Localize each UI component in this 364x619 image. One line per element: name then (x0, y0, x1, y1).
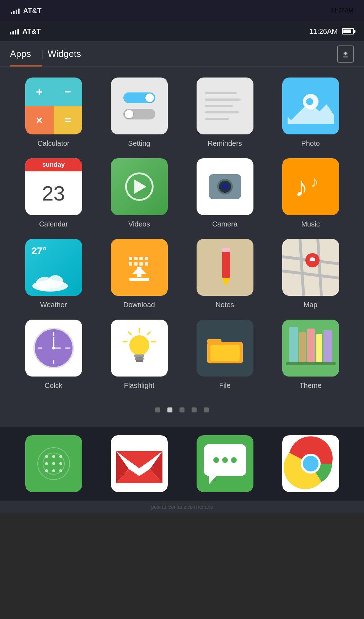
svg-point-61 (52, 455, 55, 458)
app-clock[interactable]: Colck (14, 320, 93, 390)
svg-marker-1 (288, 102, 334, 124)
svg-point-37 (52, 347, 55, 349)
carrier-label-outer: AT&T (23, 7, 42, 15)
svg-point-65 (59, 462, 62, 465)
messages-icon (197, 435, 253, 492)
photo-label: Photo (301, 139, 320, 148)
svg-point-43 (129, 335, 149, 355)
calc-equals: = (54, 106, 82, 134)
theme-label: Theme (299, 381, 321, 390)
camera-lens-inner (221, 183, 229, 190)
app-reminders[interactable]: Reminders (186, 78, 264, 148)
svg-rect-15 (145, 262, 148, 266)
cloud-svg (31, 271, 77, 292)
svg-point-2 (306, 98, 313, 105)
dock (0, 427, 364, 501)
music-label: Music (301, 220, 320, 228)
tab-apps[interactable]: Apps (10, 41, 38, 66)
page-dot-1[interactable] (155, 407, 160, 412)
svg-point-7 (48, 275, 63, 288)
messages-svg (197, 435, 253, 492)
calc-plus: + (25, 78, 54, 106)
signal-bar-2 (12, 31, 14, 34)
notes-label: Notes (215, 301, 234, 309)
svg-line-23 (282, 271, 339, 278)
app-settings[interactable]: Setting (100, 78, 178, 148)
play-triangle (134, 180, 146, 194)
app-theme[interactable]: Theme (271, 320, 350, 390)
svg-rect-14 (139, 262, 143, 266)
svg-line-40 (148, 332, 150, 335)
svg-rect-21 (222, 248, 230, 252)
app-videos[interactable]: Videos (100, 158, 178, 228)
signal-bar-1 (10, 32, 11, 34)
clock-icon (25, 320, 82, 377)
app-calculator[interactable]: + − × = Calculator (14, 78, 93, 148)
svg-rect-54 (316, 334, 322, 362)
file-label: File (219, 381, 230, 390)
page-dot-4[interactable] (192, 407, 197, 412)
app-file[interactable]: File (186, 320, 264, 390)
chrome-svg (282, 435, 339, 492)
map-label: Map (304, 301, 317, 309)
folder-svg (205, 330, 245, 366)
notes-icon (197, 239, 253, 296)
camera-icon-wrap (197, 158, 253, 215)
app-music[interactable]: ♪ ♪ Music (271, 158, 350, 228)
svg-rect-49 (210, 345, 240, 361)
map-svg (282, 239, 339, 296)
toggle-off (123, 109, 155, 119)
page-dot-2[interactable] (167, 407, 172, 412)
weather-temp: 27° (32, 245, 47, 257)
tab-active-indicator (10, 65, 42, 66)
page-dots (0, 400, 364, 423)
flashlight-icon (111, 320, 168, 377)
toggle-knob-off (125, 110, 133, 118)
app-weather[interactable]: 27° Weather (14, 239, 93, 309)
signal-bar-4 (18, 9, 20, 14)
svg-rect-56 (286, 362, 336, 365)
page-dot-5[interactable] (204, 407, 209, 412)
page-dot-3[interactable] (180, 407, 184, 412)
calendar-body: 23 (25, 171, 82, 215)
svg-rect-13 (134, 262, 138, 266)
app-calendar[interactable]: sunday 23 Calendar (14, 158, 93, 228)
map-icon (282, 239, 339, 296)
svg-rect-18 (129, 278, 149, 281)
dock-gmail[interactable] (100, 435, 178, 492)
svg-rect-11 (145, 257, 148, 260)
app-download[interactable]: Download (100, 239, 178, 309)
app-notes[interactable]: Notes (186, 239, 264, 309)
carrier-outer: AT&T (11, 7, 42, 15)
status-time: 11:26AM (309, 27, 338, 36)
app-camera[interactable]: Camera (186, 158, 264, 228)
app-flashlight[interactable]: Flashlight (100, 320, 178, 390)
battery-icon (342, 28, 354, 34)
dock-phone[interactable] (14, 435, 93, 492)
tab-widgets[interactable]: Widgets (48, 41, 88, 66)
app-photo[interactable]: Photo (271, 78, 350, 148)
svg-rect-17 (137, 267, 141, 277)
svg-rect-44 (134, 354, 144, 357)
download-button[interactable] (337, 46, 354, 63)
reminders-icon (197, 78, 253, 134)
svg-rect-53 (307, 329, 315, 362)
status-bar: AT&T 11:26AM (0, 21, 364, 41)
svg-point-85 (303, 456, 318, 471)
app-map[interactable]: Map (271, 239, 350, 309)
apps-grid: + − × = Calculator Setti (0, 67, 364, 400)
dock-chrome[interactable] (271, 435, 350, 492)
signal-bars-outer (11, 7, 20, 14)
signal-bars (10, 28, 19, 34)
videos-label: Videos (128, 220, 150, 228)
phone-svg (25, 435, 82, 492)
svg-point-64 (52, 462, 55, 465)
camera-lens (217, 179, 233, 194)
svg-line-39 (129, 332, 131, 335)
download-svg (122, 250, 157, 285)
dock-messages[interactable] (186, 435, 264, 492)
svg-point-66 (45, 469, 48, 472)
toggle-knob-on (145, 94, 154, 102)
theme-svg (282, 320, 339, 377)
chrome-icon (282, 435, 339, 492)
